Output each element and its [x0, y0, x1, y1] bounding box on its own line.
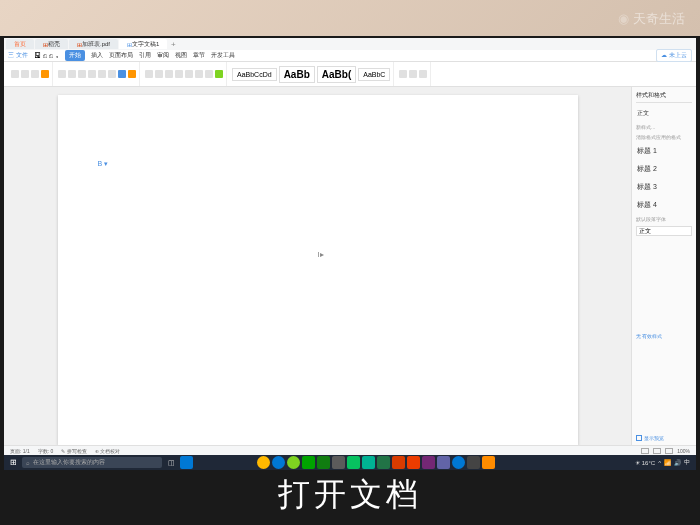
- cloud-sync-button[interactable]: ☁ 未上云: [656, 49, 692, 62]
- tab-home[interactable]: 首页: [6, 39, 34, 49]
- menu-bar: 三 文件 🖫 ⎌ ⎌ ▾ 开始 插入 页面布局 引用 审阅 视图 章节 开发工具…: [4, 50, 696, 62]
- align-center-icon[interactable]: [155, 70, 163, 78]
- document-area[interactable]: B ▾ I▸: [4, 87, 631, 445]
- qat-save-icon[interactable]: 🖫 ⎌ ⎌ ▾: [34, 52, 59, 59]
- app-icon-15[interactable]: [467, 456, 480, 469]
- menu-view[interactable]: 视图: [175, 51, 187, 60]
- app-icon-2[interactable]: [272, 456, 285, 469]
- format-painter-icon[interactable]: [41, 70, 49, 78]
- menu-chapter[interactable]: 章节: [193, 51, 205, 60]
- justify-icon[interactable]: [175, 70, 183, 78]
- style-h2[interactable]: AaBb(: [317, 66, 356, 83]
- video-top-background: 天奇生活: [0, 0, 700, 36]
- app-icon-12[interactable]: [422, 456, 435, 469]
- tab-doc3-active[interactable]: ⊞ 文字文稿1: [119, 39, 167, 49]
- indent-icon[interactable]: [205, 70, 213, 78]
- tray-chevron-icon[interactable]: ^: [658, 460, 661, 466]
- italic-icon[interactable]: [68, 70, 76, 78]
- underline-icon[interactable]: [78, 70, 86, 78]
- status-bar: 页面: 1/1 字数: 0 ✎ 拼写检查 ⊕ 文档校对 100%: [4, 445, 696, 455]
- numbering-icon[interactable]: [195, 70, 203, 78]
- ribbon-paragraph: [142, 62, 227, 86]
- ribbon-font: [55, 62, 140, 86]
- tab-doc1[interactable]: ⊞ 稻壳: [35, 39, 68, 49]
- volume-icon[interactable]: 🔊: [674, 459, 681, 466]
- line-spacing-icon[interactable]: [215, 70, 223, 78]
- style-heading2[interactable]: 标题 2: [636, 162, 692, 176]
- style-h3[interactable]: AaBbC: [358, 68, 390, 81]
- zoom-level[interactable]: 100%: [677, 448, 690, 454]
- document-page[interactable]: B ▾ I▸: [58, 95, 578, 445]
- show-preview-toggle[interactable]: 显示预览: [636, 435, 692, 441]
- app-icon-5[interactable]: [317, 456, 330, 469]
- replace-icon[interactable]: [409, 70, 417, 78]
- page-marker[interactable]: B ▾: [98, 160, 109, 168]
- app-icon-4[interactable]: [302, 456, 315, 469]
- style-heading3[interactable]: 标题 3: [636, 180, 692, 194]
- menu-ref[interactable]: 引用: [139, 51, 151, 60]
- app-icon-3[interactable]: [287, 456, 300, 469]
- panel-hint: 清除格式应用的格式: [636, 134, 692, 140]
- cut-icon[interactable]: [21, 70, 29, 78]
- ribbon-clipboard: [8, 62, 53, 86]
- app-icon-14[interactable]: [452, 456, 465, 469]
- tab-doc2[interactable]: ⊞ 加班表.pdf: [69, 39, 118, 49]
- app-icon-1[interactable]: [257, 456, 270, 469]
- view-print-icon[interactable]: [641, 448, 649, 454]
- style-normal[interactable]: AaBbCcDd: [232, 68, 277, 81]
- task-view-icon[interactable]: ◫: [164, 456, 178, 470]
- ime-indicator[interactable]: 中: [684, 458, 690, 467]
- menu-file[interactable]: 三 文件: [8, 51, 28, 60]
- start-button[interactable]: ⊞: [6, 456, 20, 470]
- tab-add-button[interactable]: +: [168, 39, 178, 49]
- style-heading1[interactable]: 标题 1: [636, 144, 692, 158]
- strike-icon[interactable]: [88, 70, 96, 78]
- app-icon-13[interactable]: [437, 456, 450, 469]
- align-left-icon[interactable]: [145, 70, 153, 78]
- copy-icon[interactable]: [31, 70, 39, 78]
- taskbar-search[interactable]: ⌕ 在这里输入你要搜索的内容: [22, 457, 162, 468]
- superscript-icon[interactable]: [98, 70, 106, 78]
- app-icon-8[interactable]: [362, 456, 375, 469]
- workspace: B ▾ I▸ 样式和格式 正文 新样式... 清除格式应用的格式 标题 1 标题…: [4, 87, 696, 445]
- menu-insert[interactable]: 插入: [91, 51, 103, 60]
- bullets-icon[interactable]: [185, 70, 193, 78]
- view-outline-icon[interactable]: [665, 448, 673, 454]
- excel-icon[interactable]: [377, 456, 390, 469]
- panel-current-style: 正文: [636, 107, 692, 120]
- search-icon: ⌕: [26, 460, 30, 466]
- select-icon[interactable]: [419, 70, 427, 78]
- wps-icon[interactable]: [407, 456, 420, 469]
- ppt-icon[interactable]: [392, 456, 405, 469]
- ribbon-editing: [396, 62, 431, 86]
- app-icon-6[interactable]: [332, 456, 345, 469]
- panel-footer: 无 有效样式: [636, 333, 692, 339]
- status-spellcheck[interactable]: ✎ 拼写检查: [61, 448, 86, 454]
- system-tray[interactable]: ☀ 16°C ^ 📶 🔊 中: [635, 458, 694, 467]
- status-page[interactable]: 页面: 1/1: [10, 448, 30, 454]
- style-heading4[interactable]: 标题 4: [636, 198, 692, 212]
- find-icon[interactable]: [399, 70, 407, 78]
- bold-icon[interactable]: [58, 70, 66, 78]
- menu-layout[interactable]: 页面布局: [109, 51, 133, 60]
- font-color-icon[interactable]: [118, 70, 126, 78]
- status-words[interactable]: 字数: 0: [38, 448, 54, 454]
- menu-dev[interactable]: 开发工具: [211, 51, 235, 60]
- network-icon[interactable]: 📶: [664, 459, 671, 466]
- paste-icon[interactable]: [11, 70, 19, 78]
- weather-widget[interactable]: ☀ 16°C: [635, 459, 655, 466]
- app-icon-16[interactable]: [482, 456, 495, 469]
- style-filter-input[interactable]: [636, 226, 692, 236]
- view-web-icon[interactable]: [653, 448, 661, 454]
- wechat-icon[interactable]: [347, 456, 360, 469]
- highlight-icon[interactable]: [128, 70, 136, 78]
- style-h1[interactable]: AaBb: [279, 66, 315, 83]
- status-proofing[interactable]: ⊕ 文档校对: [95, 448, 120, 454]
- windows-taskbar: ⊞ ⌕ 在这里输入你要搜索的内容 ◫ ☀ 16°C ^ 📶 🔊 中: [4, 455, 696, 470]
- edge-icon[interactable]: [180, 456, 193, 469]
- subscript-icon[interactable]: [108, 70, 116, 78]
- menu-start[interactable]: 开始: [65, 50, 85, 61]
- new-style-link[interactable]: 新样式...: [636, 124, 655, 130]
- menu-review[interactable]: 审阅: [157, 51, 169, 60]
- align-right-icon[interactable]: [165, 70, 173, 78]
